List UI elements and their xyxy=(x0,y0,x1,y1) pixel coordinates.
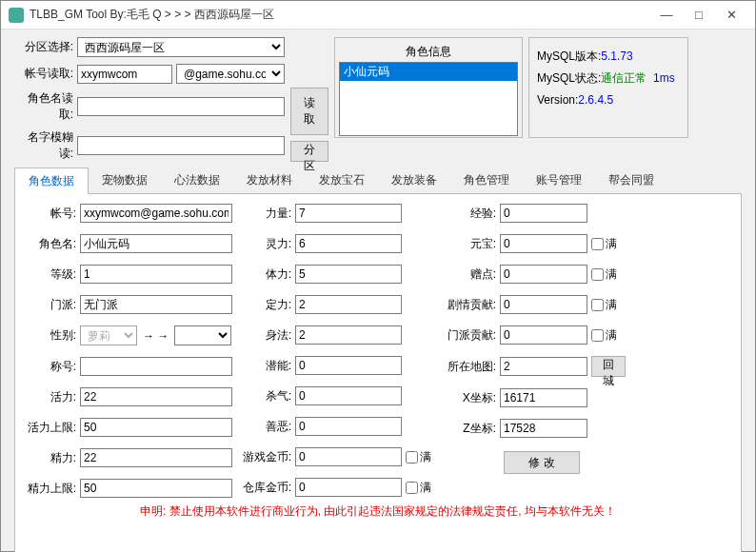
gold-full-checkbox[interactable] xyxy=(406,451,418,463)
tabs: 角色数据 宠物数据 心法数据 发放材料 发放宝石 发放装备 角色管理 账号管理 … xyxy=(14,168,742,194)
kill-label: 杀气: xyxy=(238,388,291,404)
gold-field[interactable] xyxy=(295,447,402,466)
sex-target-select[interactable] xyxy=(174,325,231,345)
spi-label: 灵力: xyxy=(238,236,291,252)
faction-field[interactable] xyxy=(80,295,232,314)
bank-full-checkbox[interactable] xyxy=(406,482,418,494)
account-input[interactable] xyxy=(77,65,172,84)
arrow-icon: → → xyxy=(141,329,170,343)
yuanbao-field[interactable] xyxy=(500,234,587,253)
charinfo-title: 角色信息 xyxy=(339,42,518,62)
yuanbao-full-checkbox[interactable] xyxy=(591,238,604,250)
exp-field[interactable] xyxy=(500,204,587,223)
mysql-ver-label: MySQL版本: xyxy=(537,49,601,63)
x-field[interactable] xyxy=(500,388,587,407)
str-field[interactable] xyxy=(295,204,402,223)
energy-label: 活力: xyxy=(23,389,76,405)
map-field[interactable] xyxy=(500,357,587,376)
energymax-label: 活力上限: xyxy=(23,420,76,436)
wil-field[interactable] xyxy=(295,295,402,314)
disclaimer-text: 申明: 禁止使用本软件进行商业行为, 由此引起违法国家规定的法律规定责任, 均与… xyxy=(23,503,733,520)
mysql-stat-label: MySQL状态: xyxy=(537,71,601,85)
account-read-label: 帐号读取: xyxy=(14,66,73,82)
tab-givegem[interactable]: 发放宝石 xyxy=(306,168,378,194)
mysql-stat: 通信正常 xyxy=(601,71,647,85)
con-field[interactable] xyxy=(295,265,402,284)
tab-petdata[interactable]: 宠物数据 xyxy=(89,168,161,194)
align-label: 善恶: xyxy=(238,419,291,435)
agi-field[interactable] xyxy=(295,325,402,345)
tab-charmgmt[interactable]: 角色管理 xyxy=(450,168,523,194)
title-field[interactable] xyxy=(80,357,232,376)
align-field[interactable] xyxy=(295,417,402,436)
close-button[interactable]: ✕ xyxy=(715,5,747,26)
sex-select: 萝莉 xyxy=(80,325,137,345)
bank-field[interactable] xyxy=(295,478,402,497)
version-label: Version: xyxy=(537,93,578,107)
account-label: 帐号: xyxy=(23,206,76,222)
window-title: TLBB_GM Tool By:毛毛 Q > > > 西西源码屋一区 xyxy=(30,7,650,23)
tab-chardata[interactable]: 角色数据 xyxy=(14,168,89,194)
gift-label: 赠点: xyxy=(437,266,496,283)
version-value: 2.6.4.5 xyxy=(578,93,613,107)
guild-field[interactable] xyxy=(500,325,587,345)
zone-button[interactable]: 分区 xyxy=(290,141,328,162)
pot-label: 潜能: xyxy=(238,358,291,374)
charname-input[interactable] xyxy=(77,97,285,116)
yuanbao-label: 元宝: xyxy=(437,236,496,252)
db-panel: MySQL版本:5.1.73 MySQL状态:通信正常 1ms Version:… xyxy=(528,37,688,138)
map-label: 所在地图: xyxy=(437,359,496,375)
agi-label: 身法: xyxy=(238,327,291,344)
zone-select[interactable]: 西西源码屋一区 xyxy=(77,37,285,57)
tab-givemat[interactable]: 发放材料 xyxy=(233,168,306,194)
vigormax-field[interactable] xyxy=(80,479,232,498)
guild-full-checkbox[interactable] xyxy=(591,329,604,342)
gold-label: 游戏金币: xyxy=(238,449,291,465)
level-label: 等级: xyxy=(23,266,76,283)
kill-field[interactable] xyxy=(295,386,402,405)
charname-read-label: 角色名读取: xyxy=(14,90,73,123)
tab-giveequip[interactable]: 发放装备 xyxy=(378,168,450,194)
spi-field[interactable] xyxy=(295,234,402,253)
fuzzy-input[interactable] xyxy=(77,136,285,155)
modify-button[interactable]: 修 改 xyxy=(504,451,580,474)
level-field[interactable] xyxy=(80,265,232,284)
bank-label: 仓库金币: xyxy=(238,480,291,496)
charinfo-item[interactable]: 小仙元码 xyxy=(340,63,517,81)
vigor-field[interactable] xyxy=(80,448,232,467)
con-label: 体力: xyxy=(238,266,291,283)
energy-field[interactable] xyxy=(80,387,232,406)
charinfo-panel: 角色信息 小仙元码 xyxy=(334,37,523,138)
energymax-field[interactable] xyxy=(80,418,232,437)
back-town-button[interactable]: 回城 xyxy=(591,356,626,377)
story-full-checkbox[interactable] xyxy=(591,299,604,311)
mysql-ver: 5.1.73 xyxy=(601,49,632,63)
app-icon xyxy=(9,8,24,23)
domain-select[interactable]: @game.sohu.com xyxy=(176,64,285,84)
charinfo-list[interactable]: 小仙元码 xyxy=(339,62,518,136)
str-label: 力量: xyxy=(238,206,291,222)
title-label: 称号: xyxy=(23,359,76,375)
story-field[interactable] xyxy=(500,295,587,314)
account-field[interactable] xyxy=(80,204,232,223)
exp-label: 经验: xyxy=(437,206,496,222)
name-label: 角色名: xyxy=(23,236,76,252)
vigor-label: 精力: xyxy=(23,450,76,466)
read-button[interactable]: 读取 xyxy=(290,88,328,135)
gift-full-checkbox[interactable] xyxy=(591,268,604,281)
tab-guild[interactable]: 帮会同盟 xyxy=(595,168,667,194)
gift-field[interactable] xyxy=(500,265,587,284)
faction-label: 门派: xyxy=(23,297,76,313)
tab-skilldata[interactable]: 心法数据 xyxy=(161,168,233,194)
guild-label: 门派贡献: xyxy=(437,327,496,344)
z-field[interactable] xyxy=(500,419,587,438)
maximize-button[interactable]: □ xyxy=(683,5,715,26)
z-label: Z坐标: xyxy=(437,421,496,437)
name-field[interactable] xyxy=(80,234,232,253)
mysql-ping: 1ms xyxy=(653,71,675,85)
tab-acctmgmt[interactable]: 账号管理 xyxy=(523,168,595,194)
pot-field[interactable] xyxy=(295,356,402,375)
tab-body: 帐号: 角色名: 等级: 门派: 性别: 萝莉 → → 称号: 活力: 活力上限… xyxy=(14,193,742,552)
minimize-button[interactable]: — xyxy=(650,5,683,26)
fuzzy-label: 名字模糊读: xyxy=(14,129,73,162)
